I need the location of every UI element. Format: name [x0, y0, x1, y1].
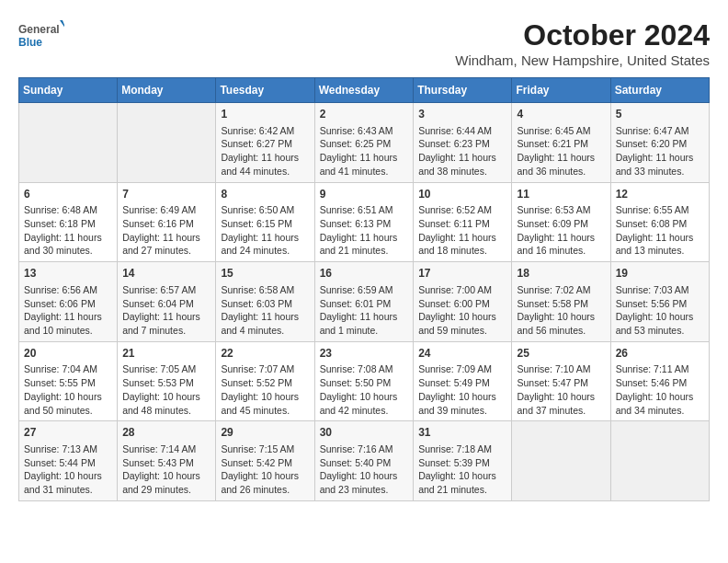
day-info: Sunrise: 7:05 AMSunset: 5:53 PMDaylight:… [122, 362, 210, 417]
day-info: Sunrise: 7:13 AMSunset: 5:44 PMDaylight:… [24, 442, 112, 497]
day-number: 17 [418, 266, 506, 282]
day-info: Sunrise: 6:50 AMSunset: 6:15 PMDaylight:… [221, 203, 309, 258]
calendar-week-2: 6Sunrise: 6:48 AMSunset: 6:18 PMDaylight… [19, 182, 710, 262]
day-number: 9 [320, 187, 409, 202]
day-info: Sunrise: 6:55 AMSunset: 6:08 PMDaylight:… [616, 203, 704, 258]
day-info: Sunrise: 6:43 AMSunset: 6:25 PMDaylight:… [320, 124, 409, 178]
day-number: 22 [221, 346, 309, 362]
calendar-cell: 31Sunrise: 7:18 AMSunset: 5:39 PMDayligh… [414, 421, 512, 501]
day-info: Sunrise: 6:56 AMSunset: 6:06 PMDaylight:… [24, 283, 112, 338]
day-info: Sunrise: 6:51 AMSunset: 6:13 PMDaylight:… [320, 203, 409, 258]
calendar-cell: 17Sunrise: 7:00 AMSunset: 6:00 PMDayligh… [414, 262, 512, 342]
calendar-cell: 30Sunrise: 7:16 AMSunset: 5:40 PMDayligh… [314, 421, 414, 501]
day-info: Sunrise: 6:59 AMSunset: 6:01 PMDaylight:… [320, 283, 409, 338]
calendar-cell: 24Sunrise: 7:09 AMSunset: 5:49 PMDayligh… [414, 341, 512, 421]
calendar-cell: 6Sunrise: 6:48 AMSunset: 6:18 PMDaylight… [19, 182, 118, 262]
day-number: 20 [24, 346, 112, 362]
day-number: 3 [418, 107, 506, 122]
header-monday: Monday [118, 78, 216, 103]
day-number: 24 [418, 346, 506, 362]
day-number: 2 [320, 107, 409, 122]
day-number: 11 [517, 187, 605, 202]
day-info: Sunrise: 7:08 AMSunset: 5:50 PMDaylight:… [320, 362, 409, 417]
svg-marker-2 [60, 20, 64, 29]
day-number: 29 [221, 425, 309, 441]
calendar-week-3: 13Sunrise: 6:56 AMSunset: 6:06 PMDayligh… [19, 262, 710, 342]
calendar-cell: 13Sunrise: 6:56 AMSunset: 6:06 PMDayligh… [19, 262, 118, 342]
svg-text:Blue: Blue [18, 36, 42, 49]
header-friday: Friday [512, 78, 610, 103]
day-number: 30 [320, 425, 409, 441]
calendar-table: SundayMondayTuesdayWednesdayThursdayFrid… [18, 77, 710, 501]
day-info: Sunrise: 6:57 AMSunset: 6:04 PMDaylight:… [122, 283, 210, 338]
day-info: Sunrise: 7:07 AMSunset: 5:52 PMDaylight:… [221, 362, 309, 417]
calendar-header-row: SundayMondayTuesdayWednesdayThursdayFrid… [19, 78, 710, 103]
calendar-cell: 12Sunrise: 6:55 AMSunset: 6:08 PMDayligh… [610, 182, 709, 262]
calendar-week-1: 1Sunrise: 6:42 AMSunset: 6:27 PMDaylight… [19, 103, 710, 183]
day-info: Sunrise: 6:48 AMSunset: 6:18 PMDaylight:… [24, 203, 112, 258]
calendar-cell [19, 103, 118, 183]
day-number: 6 [24, 187, 112, 202]
calendar-cell: 14Sunrise: 6:57 AMSunset: 6:04 PMDayligh… [118, 262, 216, 342]
calendar-cell: 23Sunrise: 7:08 AMSunset: 5:50 PMDayligh… [314, 341, 414, 421]
calendar-cell: 3Sunrise: 6:44 AMSunset: 6:23 PMDaylight… [414, 103, 512, 183]
logo: General Blue [18, 18, 64, 55]
day-number: 1 [221, 107, 309, 122]
calendar-cell: 26Sunrise: 7:11 AMSunset: 5:46 PMDayligh… [610, 341, 709, 421]
calendar-cell: 9Sunrise: 6:51 AMSunset: 6:13 PMDaylight… [314, 182, 414, 262]
page-header: General Blue October 2024 Windham, New H… [18, 18, 710, 68]
calendar-cell: 5Sunrise: 6:47 AMSunset: 6:20 PMDaylight… [610, 103, 709, 183]
day-number: 23 [320, 346, 409, 362]
day-number: 12 [616, 187, 704, 202]
day-info: Sunrise: 6:52 AMSunset: 6:11 PMDaylight:… [418, 203, 506, 258]
day-number: 18 [517, 266, 605, 282]
calendar-cell [512, 421, 610, 501]
day-info: Sunrise: 6:53 AMSunset: 6:09 PMDaylight:… [517, 203, 605, 258]
calendar-cell: 4Sunrise: 6:45 AMSunset: 6:21 PMDaylight… [512, 103, 610, 183]
day-number: 5 [616, 107, 704, 122]
calendar-cell: 19Sunrise: 7:03 AMSunset: 5:56 PMDayligh… [610, 262, 709, 342]
day-info: Sunrise: 7:14 AMSunset: 5:43 PMDaylight:… [122, 442, 210, 497]
location: Windham, New Hampshire, United States [455, 52, 710, 68]
day-number: 19 [616, 266, 704, 282]
header-sunday: Sunday [19, 78, 118, 103]
calendar-week-4: 20Sunrise: 7:04 AMSunset: 5:55 PMDayligh… [19, 341, 710, 421]
day-number: 26 [616, 346, 704, 362]
header-thursday: Thursday [414, 78, 512, 103]
calendar-cell: 18Sunrise: 7:02 AMSunset: 5:58 PMDayligh… [512, 262, 610, 342]
logo-svg: General Blue [18, 18, 64, 55]
title-block: October 2024 Windham, New Hampshire, Uni… [455, 18, 710, 68]
calendar-cell: 11Sunrise: 6:53 AMSunset: 6:09 PMDayligh… [512, 182, 610, 262]
calendar-cell: 10Sunrise: 6:52 AMSunset: 6:11 PMDayligh… [414, 182, 512, 262]
day-info: Sunrise: 6:47 AMSunset: 6:20 PMDaylight:… [616, 124, 704, 178]
day-info: Sunrise: 7:09 AMSunset: 5:49 PMDaylight:… [418, 362, 506, 417]
day-number: 27 [24, 425, 112, 441]
day-number: 8 [221, 187, 309, 202]
calendar-cell: 7Sunrise: 6:49 AMSunset: 6:16 PMDaylight… [118, 182, 216, 262]
calendar-cell: 15Sunrise: 6:58 AMSunset: 6:03 PMDayligh… [216, 262, 314, 342]
day-info: Sunrise: 6:42 AMSunset: 6:27 PMDaylight:… [221, 124, 309, 178]
day-info: Sunrise: 7:04 AMSunset: 5:55 PMDaylight:… [24, 362, 112, 417]
day-number: 14 [122, 266, 210, 282]
day-info: Sunrise: 6:49 AMSunset: 6:16 PMDaylight:… [122, 203, 210, 258]
day-info: Sunrise: 6:45 AMSunset: 6:21 PMDaylight:… [517, 124, 605, 178]
day-number: 13 [24, 266, 112, 282]
calendar-week-5: 27Sunrise: 7:13 AMSunset: 5:44 PMDayligh… [19, 421, 710, 501]
day-number: 4 [517, 107, 605, 122]
day-number: 7 [122, 187, 210, 202]
day-number: 10 [418, 187, 506, 202]
header-tuesday: Tuesday [216, 78, 314, 103]
day-info: Sunrise: 7:11 AMSunset: 5:46 PMDaylight:… [616, 362, 704, 417]
day-number: 31 [418, 425, 506, 441]
calendar-cell: 1Sunrise: 6:42 AMSunset: 6:27 PMDaylight… [216, 103, 314, 183]
svg-text:General: General [18, 23, 60, 36]
day-number: 28 [122, 425, 210, 441]
day-info: Sunrise: 7:03 AMSunset: 5:56 PMDaylight:… [616, 283, 704, 338]
day-info: Sunrise: 6:44 AMSunset: 6:23 PMDaylight:… [418, 124, 506, 178]
calendar-cell: 27Sunrise: 7:13 AMSunset: 5:44 PMDayligh… [19, 421, 118, 501]
day-info: Sunrise: 7:16 AMSunset: 5:40 PMDaylight:… [320, 442, 409, 497]
day-info: Sunrise: 7:02 AMSunset: 5:58 PMDaylight:… [517, 283, 605, 338]
calendar-cell: 20Sunrise: 7:04 AMSunset: 5:55 PMDayligh… [19, 341, 118, 421]
header-wednesday: Wednesday [314, 78, 414, 103]
calendar-cell [610, 421, 709, 501]
